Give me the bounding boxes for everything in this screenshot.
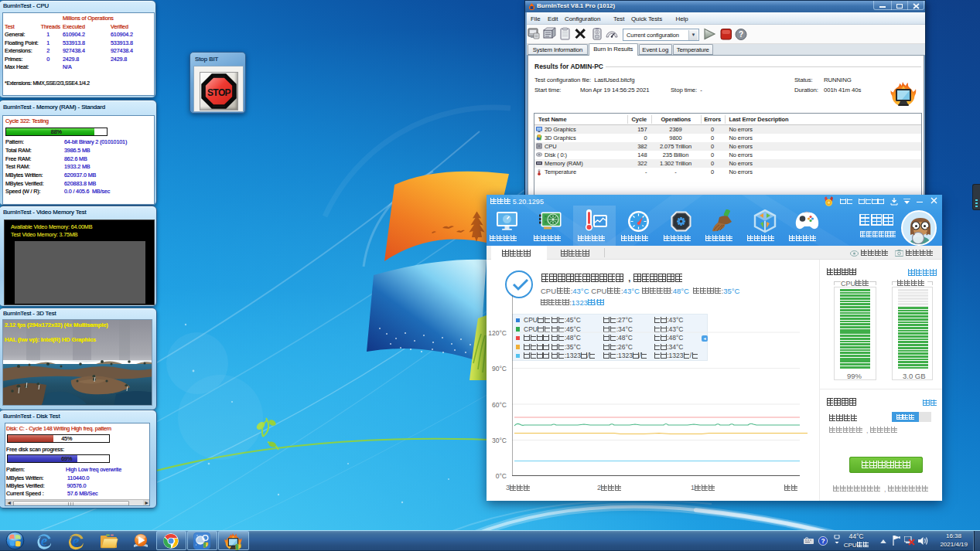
svg-text:?: ?: [821, 537, 825, 545]
svg-text:?: ?: [739, 30, 743, 39]
svg-text:STOP: STOP: [207, 87, 231, 98]
